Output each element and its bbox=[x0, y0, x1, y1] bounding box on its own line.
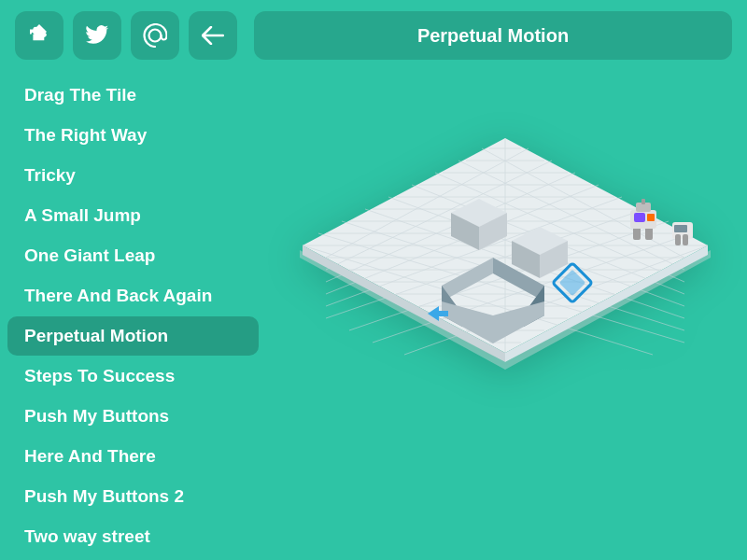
puzzle-button[interactable] bbox=[15, 11, 63, 60]
svg-rect-64 bbox=[675, 234, 681, 245]
level-title[interactable]: Perpetual Motion bbox=[254, 11, 732, 60]
svg-rect-62 bbox=[641, 199, 645, 204]
twitter-button[interactable] bbox=[73, 11, 121, 60]
svg-rect-56 bbox=[633, 227, 641, 240]
svg-rect-57 bbox=[645, 227, 653, 240]
level-item-11[interactable]: Push My Buttons 2 bbox=[7, 477, 259, 516]
level-list: Drag The TileThe Right WayTrickyA Small … bbox=[0, 71, 266, 560]
level-item-12[interactable]: Two way street bbox=[7, 517, 259, 556]
svg-rect-60 bbox=[647, 214, 655, 221]
game-svg bbox=[283, 119, 731, 530]
level-item-10[interactable]: Here And There bbox=[7, 437, 259, 476]
level-item-1[interactable]: Drag The Tile bbox=[7, 76, 259, 115]
svg-rect-65 bbox=[683, 234, 688, 245]
level-item-6[interactable]: There And Back Again bbox=[7, 276, 259, 315]
back-button[interactable] bbox=[189, 11, 237, 60]
svg-rect-59 bbox=[634, 213, 645, 222]
level-item-5[interactable]: One Giant Leap bbox=[7, 236, 259, 275]
main-content: Drag The TileThe Right WayTrickyA Small … bbox=[0, 71, 747, 560]
isometric-board bbox=[283, 119, 731, 530]
level-item-2[interactable]: The Right Way bbox=[7, 116, 259, 155]
email-button[interactable] bbox=[131, 11, 179, 60]
level-item-8[interactable]: Steps To Success bbox=[7, 357, 259, 396]
svg-rect-66 bbox=[674, 225, 687, 232]
header: Perpetual Motion bbox=[0, 0, 747, 71]
level-item-7[interactable]: Perpetual Motion bbox=[7, 316, 259, 356]
svg-point-0 bbox=[149, 30, 162, 42]
game-area bbox=[266, 71, 747, 560]
level-item-9[interactable]: Push My Buttons bbox=[7, 397, 259, 436]
level-item-4[interactable]: A Small Jump bbox=[7, 196, 259, 235]
level-item-3[interactable]: Tricky bbox=[7, 156, 259, 195]
